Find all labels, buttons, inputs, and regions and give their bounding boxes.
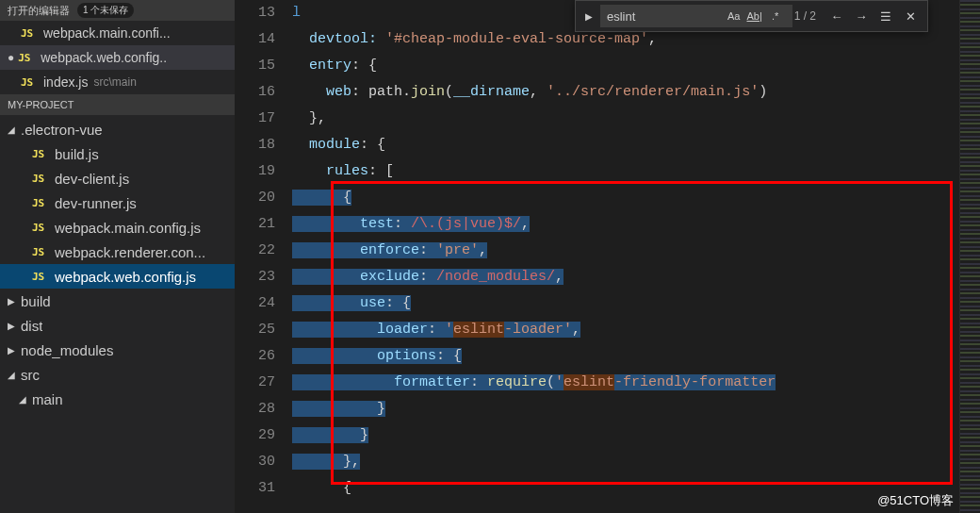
code-line[interactable]: enforce: 'pre', [292,238,959,264]
open-editors-list: JS webpack.main.confi... JS webpack.web.… [0,21,235,94]
js-file-icon: JS [32,246,49,258]
line-number: 30 [236,449,275,475]
code-line[interactable]: { [292,475,959,502]
tree-item-label: webpack.web.config.js [55,269,196,285]
tree-item-label: webpack.main.config.js [55,220,201,236]
code-line[interactable]: } [292,396,959,422]
line-number: 15 [236,53,275,79]
code-line[interactable]: formatter: require('eslint-friendly-form… [292,370,959,396]
unsaved-count-badge: 1 个未保存 [77,3,134,18]
tree-folder[interactable]: ▶node_modules [0,338,235,362]
find-in-selection-icon[interactable]: ☰ [874,5,897,27]
line-number: 26 [236,343,275,370]
line-number: 28 [236,396,275,422]
watermark-text: @51CTO博客 [877,492,954,509]
js-file-icon: JS [32,271,49,283]
code-line[interactable]: options: { [292,343,959,370]
find-toggle-replace-icon[interactable]: ▶ [581,1,596,31]
js-file-icon: JS [32,197,49,209]
chevron-down-icon: ◢ [8,124,21,135]
find-widget: ▶ Aa Ab| .* 1 / 2 ← → ☰ ✕ [575,0,928,32]
prev-match-icon[interactable]: ← [825,5,848,27]
code-line[interactable]: } [292,422,959,449]
minimap-render [960,0,980,513]
tree-file[interactable]: JSdev-client.js [0,166,235,190]
code-line[interactable]: rules: [ [292,158,959,185]
open-editor-item[interactable]: JS index.js src\main [0,70,235,94]
code-line[interactable]: }, [292,449,959,475]
line-number: 20 [236,185,275,211]
chevron-down-icon: ◢ [8,370,21,380]
line-number: 18 [236,132,275,158]
code-line[interactable]: exclude: /node_modules/, [292,264,959,290]
line-number: 31 [236,475,275,502]
tree-item-label: build.js [55,146,99,162]
match-case-toggle[interactable]: Aa [725,7,743,25]
tree-folder[interactable]: ▶dist [0,313,235,338]
js-file-icon: JS [32,148,49,160]
editor-filename: webpack.main.confi... [43,25,171,41]
tree-item-label: .electron-vue [21,122,103,138]
code-line[interactable]: { [292,185,959,211]
js-file-icon: JS [21,76,38,89]
chevron-right-icon: ▶ [8,345,21,356]
use-regex-toggle[interactable]: .* [766,7,785,25]
js-file-icon: JS [18,52,35,64]
js-file-icon: JS [21,27,38,40]
line-number: 16 [236,79,275,106]
tree-folder[interactable]: ◢src [0,362,235,387]
open-editor-item[interactable]: JS webpack.web.config.. [0,45,235,70]
code-content[interactable]: l devtool: '#cheap-module-eval-source-ma… [292,0,959,513]
file-tree: ◢.electron-vueJSbuild.jsJSdev-client.jsJ… [0,115,235,411]
line-number: 29 [236,422,275,449]
tree-item-label: node_modules [21,342,113,358]
editor-path: src\main [93,75,136,89]
tree-file[interactable]: JSwebpack.web.config.js [0,264,235,289]
open-editors-header[interactable]: 打开的编辑器 1 个未保存 [0,0,235,21]
sidebar: 打开的编辑器 1 个未保存 JS webpack.main.confi... J… [0,0,236,513]
tree-file[interactable]: JSwebpack.renderer.con... [0,240,235,264]
editor-filename: index.js [43,74,88,90]
line-number: 23 [236,264,275,290]
editor-area: 13141516171819202122232425262728293031 l… [236,0,980,513]
code-line[interactable]: test: /\.(js|vue)$/, [292,211,959,238]
next-match-icon[interactable]: → [850,5,873,27]
match-whole-word-toggle[interactable]: Ab| [745,7,764,25]
tree-item-label: dist [21,318,42,334]
tree-file[interactable]: JSdev-runner.js [0,190,235,215]
line-number: 21 [236,211,275,238]
tree-file[interactable]: JSwebpack.main.config.js [0,215,235,240]
project-name-header[interactable]: MY-PROJECT [0,94,235,115]
tree-folder[interactable]: ◢.electron-vue [0,117,235,141]
editor-filename: webpack.web.config.. [41,50,167,65]
line-number: 19 [236,158,275,185]
tree-item-label: build [21,293,51,309]
code-line[interactable]: loader: 'eslint-loader', [292,317,959,343]
chevron-right-icon: ▶ [8,321,21,331]
open-editor-item[interactable]: JS webpack.main.confi... [0,21,235,45]
find-result-count: 1 / 2 [794,9,816,23]
tree-folder[interactable]: ▶build [0,289,235,313]
code-line[interactable]: use: { [292,290,959,317]
close-find-icon[interactable]: ✕ [899,5,922,27]
tree-item-label: dev-runner.js [55,195,137,211]
tree-item-label: webpack.renderer.con... [55,244,205,260]
code-line[interactable]: module: { [292,132,959,158]
chevron-right-icon: ▶ [8,296,21,306]
open-editors-label: 打开的编辑器 [8,4,70,18]
line-number: 24 [236,290,275,317]
tree-item-label: dev-client.js [55,171,129,187]
js-file-icon: JS [32,222,49,234]
code-line[interactable]: web: path.join(__dirname, '../src/render… [292,79,959,106]
line-number: 14 [236,26,275,53]
code-line[interactable]: entry: { [292,53,959,79]
tree-file[interactable]: JSbuild.js [0,141,235,166]
chevron-down-icon: ◢ [19,394,32,405]
line-number: 22 [236,238,275,264]
tree-item-label: main [32,391,63,407]
tree-folder[interactable]: ◢main [0,387,235,411]
js-file-icon: JS [32,173,49,185]
line-number: 25 [236,317,275,343]
minimap[interactable] [959,0,980,513]
code-line[interactable]: }, [292,106,959,132]
